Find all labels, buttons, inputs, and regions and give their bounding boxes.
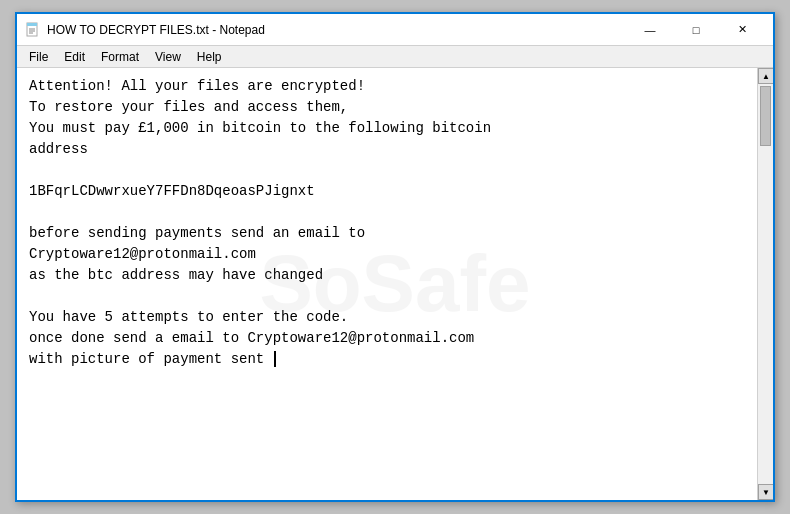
minimize-button[interactable]: — <box>627 14 673 46</box>
close-button[interactable]: ✕ <box>719 14 765 46</box>
scrollbar-track[interactable] <box>758 84 773 484</box>
scrollbar-thumb[interactable] <box>760 86 771 146</box>
menu-edit[interactable]: Edit <box>56 48 93 66</box>
title-bar: HOW TO DECRYPT FILES.txt - Notepad — □ ✕ <box>17 14 773 46</box>
notepad-icon <box>25 22 41 38</box>
menu-view[interactable]: View <box>147 48 189 66</box>
content-area: Attention! All your files are encrypted!… <box>17 68 773 500</box>
scroll-up-button[interactable]: ▲ <box>758 68 773 84</box>
window-controls: — □ ✕ <box>627 14 765 46</box>
text-editor[interactable]: Attention! All your files are encrypted!… <box>17 68 757 500</box>
maximize-button[interactable]: □ <box>673 14 719 46</box>
scroll-down-button[interactable]: ▼ <box>758 484 773 500</box>
menu-help[interactable]: Help <box>189 48 230 66</box>
notepad-window: HOW TO DECRYPT FILES.txt - Notepad — □ ✕… <box>15 12 775 502</box>
menu-bar: File Edit Format View Help <box>17 46 773 68</box>
menu-format[interactable]: Format <box>93 48 147 66</box>
menu-file[interactable]: File <box>21 48 56 66</box>
svg-rect-1 <box>27 23 37 26</box>
vertical-scrollbar[interactable]: ▲ ▼ <box>757 68 773 500</box>
window-title: HOW TO DECRYPT FILES.txt - Notepad <box>47 23 627 37</box>
